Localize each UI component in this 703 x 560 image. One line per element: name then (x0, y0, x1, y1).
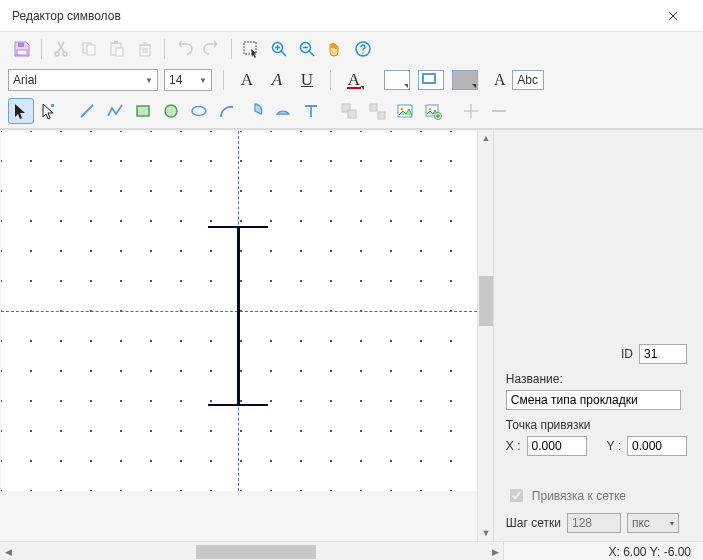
scroll-right-icon[interactable]: ▶ (487, 544, 503, 560)
group-button[interactable] (336, 98, 362, 124)
name-field[interactable] (506, 390, 681, 410)
canvas-viewport: ▲ ▼ (0, 130, 494, 541)
scroll-thumb-horizontal[interactable] (196, 545, 316, 559)
text-tool[interactable] (298, 98, 324, 124)
scroll-left-icon[interactable]: ◀ (0, 544, 16, 560)
paste-button[interactable] (104, 36, 130, 62)
font-toolbar: Arial ▼ 14 ▼ A A U A A Abc (8, 63, 695, 95)
cursor-coordinates: X: 6.00 Y: -6.00 (608, 545, 691, 559)
id-field[interactable] (639, 344, 687, 364)
polyline-tool[interactable] (102, 98, 128, 124)
svg-point-19 (192, 107, 206, 116)
chevron-down-icon: ▾ (670, 519, 674, 528)
svg-rect-23 (378, 112, 385, 119)
shape-toolbar (8, 95, 695, 125)
text-frame-button[interactable]: Abc (512, 70, 544, 90)
save-button[interactable] (9, 36, 35, 62)
horizontal-scrollbar[interactable]: ◀ ▶ (0, 542, 503, 560)
font-name-select[interactable]: Arial ▼ (8, 69, 158, 91)
toolbar-area: Arial ▼ 14 ▼ A A U A A Abc (0, 32, 703, 129)
axis-horizontal (1, 311, 487, 312)
circle-tool[interactable] (158, 98, 184, 124)
line-color-button[interactable] (384, 70, 410, 90)
symbol-bottom-cap[interactable] (208, 404, 268, 406)
svg-rect-6 (111, 43, 121, 55)
anchor-y-label: Y : (607, 439, 621, 453)
select-area-button[interactable] (238, 36, 264, 62)
scroll-down-icon[interactable]: ▼ (478, 525, 494, 541)
svg-rect-15 (423, 74, 435, 83)
italic-button[interactable]: A (265, 68, 289, 92)
font-size-value: 14 (169, 73, 182, 87)
properties-panel: ID Название: Точка привязки X : Y : Прив… (494, 130, 703, 541)
image-tool[interactable] (392, 98, 418, 124)
chord-tool[interactable] (270, 98, 296, 124)
svg-rect-9 (140, 45, 150, 56)
anchor-x-field[interactable] (527, 436, 587, 456)
image-add-tool[interactable] (420, 98, 446, 124)
anchor-x-label: X : (506, 439, 521, 453)
line-tool[interactable] (74, 98, 100, 124)
redo-button[interactable] (199, 36, 225, 62)
text-sample-letter: A (494, 71, 506, 89)
close-button[interactable] (653, 0, 693, 32)
svg-rect-16 (51, 104, 54, 107)
font-color-button[interactable]: A (342, 68, 366, 92)
svg-rect-8 (116, 48, 123, 56)
pie-tool[interactable] (242, 98, 268, 124)
zoom-in-button[interactable] (266, 36, 292, 62)
bottom-bar: ◀ ▶ X: 6.00 Y: -6.00 (0, 541, 703, 560)
svg-rect-22 (370, 104, 377, 111)
snap-to-grid-checkbox (510, 489, 523, 502)
ellipse-tool[interactable] (186, 98, 212, 124)
svg-rect-4 (83, 43, 91, 53)
svg-point-25 (401, 108, 404, 111)
symbol-stem[interactable] (237, 226, 240, 404)
work-area: ▲ ▼ ID Название: Точка привязки X : Y : (0, 129, 703, 541)
pointer-tool[interactable] (8, 98, 34, 124)
status-bar: X: 6.00 Y: -6.00 (503, 542, 703, 560)
delete-button[interactable] (132, 36, 158, 62)
window-title: Редактор символов (12, 9, 653, 23)
chevron-down-icon: ▼ (199, 76, 207, 85)
ungroup-button[interactable] (364, 98, 390, 124)
underline-button[interactable]: U (295, 68, 319, 92)
id-label: ID (621, 347, 633, 361)
vertical-scrollbar[interactable]: ▲ ▼ (477, 130, 493, 541)
svg-point-14 (362, 52, 364, 54)
font-name-value: Arial (13, 73, 37, 87)
svg-rect-21 (348, 110, 356, 118)
anchor-y-field[interactable] (627, 436, 687, 456)
pan-button[interactable] (322, 36, 348, 62)
svg-point-3 (63, 52, 67, 56)
snap-to-grid-label: Привязка к сетке (532, 489, 626, 503)
svg-rect-1 (17, 50, 27, 55)
crosshair-button[interactable] (458, 98, 484, 124)
canvas[interactable] (1, 131, 487, 491)
grid-step-label: Шаг сетки (506, 516, 561, 530)
title-bar: Редактор символов (0, 0, 703, 32)
svg-rect-17 (137, 106, 149, 116)
scroll-up-icon[interactable]: ▲ (478, 130, 494, 146)
svg-rect-7 (114, 41, 118, 44)
copy-button[interactable] (76, 36, 102, 62)
arc-tool[interactable] (214, 98, 240, 124)
zoom-out-button[interactable] (294, 36, 320, 62)
font-size-select[interactable]: 14 ▼ (164, 69, 212, 91)
fill-color-button[interactable] (452, 70, 478, 90)
line-mark-button[interactable] (486, 98, 512, 124)
main-toolbar (8, 35, 695, 63)
grid-step-field (567, 513, 621, 533)
undo-button[interactable] (171, 36, 197, 62)
name-label: Название: (506, 372, 563, 386)
edit-points-tool[interactable] (36, 98, 62, 124)
help-button[interactable] (350, 36, 376, 62)
grid-unit-select: пкс ▾ (627, 513, 679, 533)
cut-button[interactable] (48, 36, 74, 62)
svg-point-2 (55, 52, 59, 56)
align-button[interactable]: A (235, 68, 259, 92)
scroll-thumb-vertical[interactable] (479, 276, 493, 326)
rectangle-tool[interactable] (130, 98, 156, 124)
line-style-button[interactable] (418, 70, 444, 90)
anchor-label: Точка привязки (506, 418, 591, 432)
